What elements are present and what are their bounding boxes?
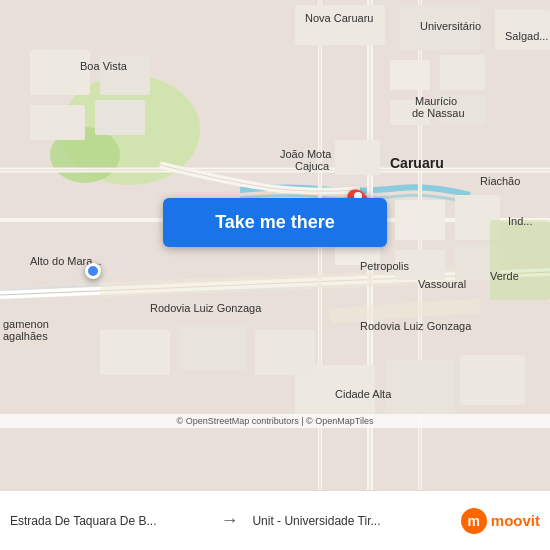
moovit-logo: m moovit xyxy=(461,508,540,534)
svg-rect-33 xyxy=(460,355,525,405)
take-me-there-button[interactable]: Take me there xyxy=(163,198,387,247)
svg-rect-15 xyxy=(440,55,485,90)
footer-from-section: Estrada De Taquara De B... xyxy=(10,514,206,528)
svg-rect-24 xyxy=(295,5,385,45)
footer-to-text: Unit - Universidade Tir... xyxy=(252,514,380,528)
svg-rect-18 xyxy=(395,200,445,240)
svg-rect-30 xyxy=(95,100,145,135)
svg-rect-25 xyxy=(400,5,480,50)
footer-bar: Estrada De Taquara De B... → Unit - Univ… xyxy=(0,490,550,550)
map-container: Nova CaruaruUniversitárioSalgad...Boa Vi… xyxy=(0,0,550,490)
svg-rect-28 xyxy=(100,55,150,95)
moovit-logo-circle: m xyxy=(461,508,487,534)
map-attribution: © OpenStreetMap contributors | © OpenMap… xyxy=(0,414,550,428)
svg-rect-14 xyxy=(390,60,430,90)
svg-rect-35 xyxy=(180,325,245,370)
svg-rect-37 xyxy=(490,220,550,300)
moovit-logo-text: moovit xyxy=(491,512,540,529)
footer-to-section: Unit - Universidade Tir... xyxy=(252,514,448,528)
user-location-dot xyxy=(85,263,101,279)
svg-rect-23 xyxy=(335,140,380,175)
svg-rect-32 xyxy=(385,360,455,415)
svg-rect-36 xyxy=(255,330,315,375)
svg-rect-20 xyxy=(395,250,445,280)
footer-arrow-icon: → xyxy=(220,510,238,531)
svg-rect-34 xyxy=(100,330,170,375)
svg-rect-16 xyxy=(390,100,430,125)
svg-rect-17 xyxy=(440,95,485,125)
svg-rect-29 xyxy=(30,105,85,140)
footer-from-text: Estrada De Taquara De B... xyxy=(10,514,157,528)
svg-rect-26 xyxy=(495,10,550,50)
svg-rect-27 xyxy=(30,50,90,95)
